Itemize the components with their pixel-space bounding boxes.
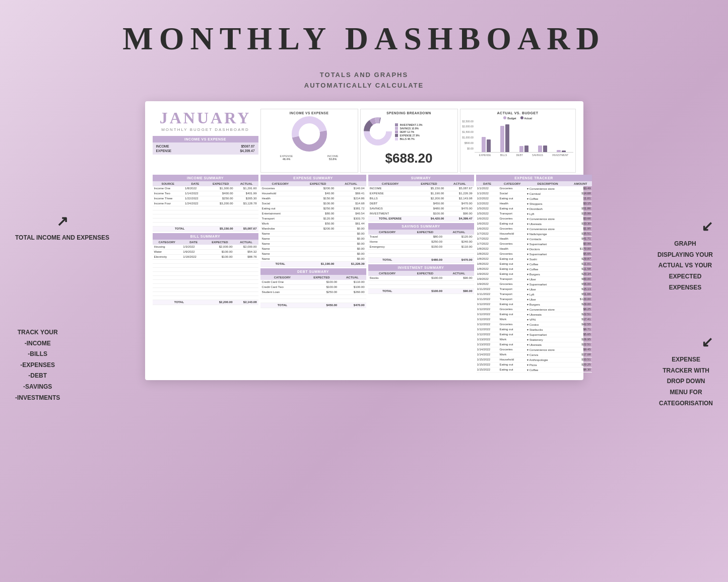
spending-donut — [363, 116, 393, 147]
th-expected: EXPECTED — [412, 181, 445, 186]
col4-tables: EXPENSE TRACKER DATE CATEGORY DESCRIPTIO… — [476, 175, 592, 373]
summary-header: SUMMARY — [368, 175, 474, 181]
table-row: BILLS$2,200.00$2,143.08 — [368, 196, 474, 201]
table-row: EXPENSE$1,190.00$1,226.39 — [368, 191, 474, 196]
bill-summary-header: BILL SUMMARY — [153, 233, 258, 240]
col1-tables: INCOME SUMMARY SOURCE DATE EXPECTED ACTU… — [153, 175, 258, 373]
th-category: CATEGORY — [260, 275, 305, 280]
th-category: CATEGORY — [368, 230, 407, 235]
table-row: Income Three1/22/2022$250.00$265.30 — [153, 196, 258, 201]
table-row: Stocks$100.00$90.00 — [368, 276, 474, 281]
tracker-row: 1/11/2022Transport▾ Uber$120.00 — [476, 297, 592, 302]
income-value: $5087.67 — [241, 144, 254, 148]
empty-row — [153, 222, 258, 226]
tracker-row: 1/8/2022Eating out▾ Coffee$11.01 — [476, 261, 592, 266]
total-row: TOTAL$1,190.00$1,226.39 — [260, 261, 366, 266]
th-expected: EXPECTED — [207, 181, 235, 186]
svg-point-8 — [370, 123, 386, 139]
debt-summary-table: CATEGORY EXPECTED ACTUAL Credit Card One… — [260, 275, 366, 308]
tracker-row: 1/13/2022Work▾ Stationery$26.95 — [476, 337, 592, 342]
empty-row — [153, 210, 258, 214]
empty-row — [153, 263, 258, 267]
th-actual: ACTUAL — [445, 181, 474, 186]
savings-summary-header: SAVINGS SUMMARY — [368, 223, 474, 230]
empty-row — [153, 267, 258, 271]
empty-row — [368, 280, 474, 284]
empty-row — [153, 287, 258, 292]
table-row: Eating out$250.00$381.72 — [260, 206, 366, 211]
income-label: INCOME — [156, 144, 169, 148]
annotation-graph: ↙ GRAPHDISPLAYING YOURACTUAL VS YOUREXPE… — [657, 216, 713, 293]
annotation-track: TRACK YOUR-INCOME-BILLS-EXPENSES-DEBT-SA… — [15, 327, 60, 403]
track-label: TRACK YOUR-INCOME-BILLS-EXPENSES-DEBT-SA… — [15, 327, 60, 403]
table-row: Student Loan$250.00$260.00 — [260, 289, 366, 295]
tables-grid: INCOME SUMMARY SOURCE DATE EXPECTED ACTU… — [153, 175, 576, 373]
income-summary-header: INCOME SUMMARY — [153, 175, 258, 181]
tracker-row: 1/15/2022Eating out▾ Coffee$6.30 — [476, 367, 592, 372]
tracker-row: 1/8/2022Health▾ Doctors$170.00 — [476, 246, 592, 251]
table-row: Name$0.00 — [260, 251, 366, 256]
tracker-row: 1/12/2022Groceries▾ Convenience store$6.… — [476, 307, 592, 312]
tracker-row: 1/12/2022Eating out▾ Burgers$29.00 — [476, 302, 592, 307]
annotation-expense-tracker: ↙ EXPENSETRACKER WITHDROP DOWNMENU FORCA… — [659, 332, 713, 409]
th-expected: EXPECTED — [206, 240, 234, 245]
debt-summary-header: DEBT SUMMARY — [260, 268, 366, 275]
income-vs-expense-title: INCOME VS EXPENSE — [263, 111, 356, 115]
expense-tracker-table: DATE CATEGORY DESCRIPTION AMOUNT 1/1/202… — [476, 181, 592, 373]
summary-table: CATEGORY EXPECTED ACTUAL INCOME$5,150.00… — [368, 181, 474, 222]
total-expense-row: TOTAL EXPENSE$4,420.00$4,399.47 — [368, 216, 474, 221]
expense-tracker-header: EXPENSE TRACKER — [476, 175, 592, 181]
investment-summary-table: CATEGORY EXPECTED ACTUAL Stocks$100.00$9… — [368, 271, 474, 294]
tracker-row: 1/2/2022Health▾ Shoppers$3.15 — [476, 201, 592, 206]
th-date: DATE — [476, 181, 499, 186]
empty-row — [153, 271, 258, 275]
table-row: Emergency$150.00$110.00 — [368, 244, 474, 249]
x-axis-labels: EXPENSE BILLS DEBT SAVINGS INVESTMENT — [475, 154, 573, 157]
tracker-row: 1/12/2022Eating out▾ Ubereats$22.51 — [476, 312, 592, 317]
table-row: Water1/9/2022$100.00$54.32 — [153, 249, 258, 254]
empty-row — [153, 218, 258, 222]
total-row: TOTAL$5,150.00$5,087.67 — [153, 226, 258, 231]
table-row: Name$0.00 — [260, 231, 366, 236]
empty-row — [153, 292, 258, 296]
empty-row — [153, 275, 258, 279]
th-date: DATE — [181, 240, 206, 245]
income-vs-expense-donut — [287, 116, 332, 152]
th-actual: ACTUAL — [444, 230, 474, 235]
col3-tables: SUMMARY CATEGORY EXPECTED ACTUAL INCOME$… — [368, 175, 474, 373]
table-row: Wardrobe$200.00$0.00 — [260, 226, 366, 231]
col2-tables: EXPENSE SUMMARY CATEGORY EXPECTED ACTUAL… — [260, 175, 366, 373]
dashboard-sub-label: MONTHLY BUDGET DASHBOARD — [153, 127, 258, 132]
tracker-row: 1/11/2022Transport▾ Lyft$51.66 — [476, 292, 592, 297]
table-row: Income Two1/14/2022$400.00$401.99 — [153, 191, 258, 196]
table-row: Home$250.00$240.00 — [368, 239, 474, 244]
annotation-total-income: ↗ TOTAL INCOME AND EXPENSES — [15, 211, 109, 242]
tracker-row: 1/8/2022Eating out▾ Coffee$11.58 — [476, 266, 592, 271]
th-source: SOURCE — [153, 181, 183, 186]
tracker-row: 1/14/2022Groceries▾ Convenience store$9.… — [476, 347, 592, 352]
table-row: Credit Card One$100.00$110.00 — [260, 280, 366, 285]
tracker-row: 1/7/2022Groceries▾ Supermarket$0.99 — [476, 241, 592, 246]
tracker-row: 1/2/2022Eating out▾ Coffee11.01 — [476, 196, 592, 201]
table-row: Name$0.00 — [260, 246, 366, 251]
bar-chart — [475, 122, 573, 153]
empty-row — [260, 295, 366, 299]
table-row: Credit Card Two$100.00$100.00 — [260, 284, 366, 289]
th-expected: EXPECTED — [304, 275, 339, 280]
page-title-section: MONTHLY DASHBOARD — [0, 0, 728, 62]
investment-summary-header: INVESTMENT SUMMARY — [368, 264, 474, 271]
income-vs-expense-chart: INCOME VS EXPENSE EXPENSE46.4% INCOME53.… — [260, 109, 358, 173]
total-row: TOTAL$450.00$470.00 — [260, 303, 366, 308]
expense-summary-table: CATEGORY EXPECTED ACTUAL Groceries$200.0… — [260, 181, 366, 267]
table-row: SAVINGS$480.00$470.00 — [368, 206, 474, 211]
bar-chart-wrapper: $2,500.00 $2,000.00 $1,500.00 $1,000.00 … — [462, 120, 573, 157]
table-row: Income Four1/24/2022$3,200.00$3,128.78 — [153, 201, 258, 206]
bar-legend: Budget Actual — [462, 116, 573, 120]
empty-row — [153, 296, 258, 300]
tracker-row: 1/6/2022Groceries▾ Convenience store$3.6… — [476, 216, 592, 221]
page-title: MONTHLY DASHBOARD — [0, 20, 728, 57]
table-row: DEBT$450.00$470.00 — [368, 201, 474, 206]
table-row: Transport$120.00$303.70 — [260, 216, 366, 221]
tracker-row: 1/11/2022Transport▾ Uber$15.13 — [476, 286, 592, 292]
empty-row — [153, 259, 258, 263]
